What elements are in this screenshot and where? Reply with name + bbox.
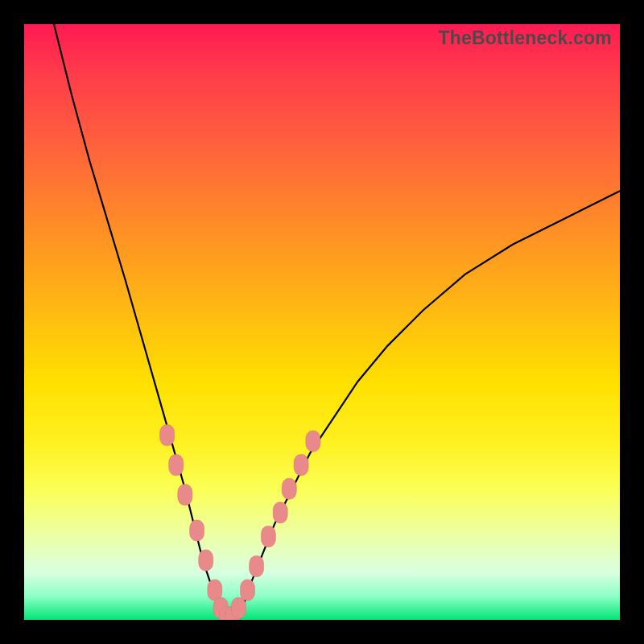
- bead-marker: [306, 431, 320, 452]
- chart-plot-area: TheBottleneck.com: [24, 24, 620, 620]
- curve-lines: [54, 24, 620, 620]
- bead-marker: [250, 555, 264, 576]
- bead-marker: [190, 520, 204, 541]
- chart-frame: TheBottleneck.com: [0, 0, 644, 644]
- bead-marker: [282, 478, 296, 499]
- bead-marker: [241, 580, 255, 601]
- bead-marker: [261, 526, 275, 547]
- bead-marker: [294, 455, 308, 476]
- bead-marker: [199, 550, 213, 571]
- chart-svg: [24, 24, 620, 620]
- bead-marker: [178, 485, 192, 506]
- bead-marker: [169, 455, 184, 476]
- bead-marker: [273, 502, 287, 523]
- beads-group: [160, 425, 320, 620]
- right-branch-line: [238, 191, 620, 613]
- bead-marker: [231, 597, 246, 618]
- bead-marker: [160, 425, 175, 446]
